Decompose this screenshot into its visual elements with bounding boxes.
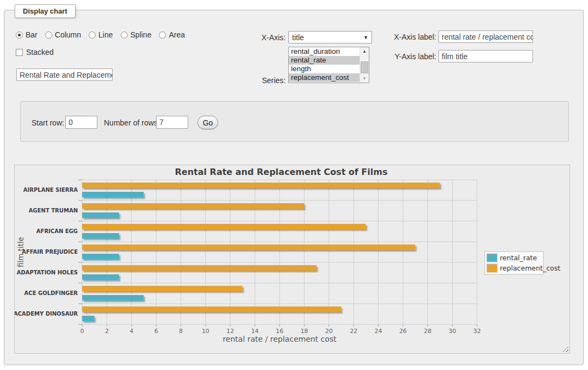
series-list-label: Series: (239, 76, 286, 85)
number-of-rows-label: Number of rows: (104, 118, 160, 127)
svg-text:16: 16 (276, 328, 283, 335)
fieldset-legend: Display chart (15, 4, 76, 18)
radio-label: Column (55, 30, 81, 39)
svg-text:ACADEMY DINOSAUR: ACADEMY DINOSAUR (15, 311, 78, 317)
radio-label: Line (98, 30, 113, 39)
svg-text:24: 24 (375, 328, 382, 335)
chart-type-option-area[interactable]: Area (159, 30, 185, 39)
svg-text:20: 20 (325, 328, 333, 335)
chart-type-option-line[interactable]: Line (89, 30, 113, 39)
svg-text:32: 32 (473, 328, 481, 335)
svg-text:14: 14 (251, 328, 259, 335)
radio-icon[interactable] (45, 32, 52, 39)
svg-text:replacement_cost: replacement_cost (500, 264, 560, 272)
series-option-rental_duration[interactable]: rental_duration (289, 47, 360, 56)
chart-type-option-spline[interactable]: Spline (121, 30, 152, 39)
svg-text:rental_rate: rental_rate (500, 254, 537, 262)
chart-canvas: 02468101214161820222426283032AIRPLANE SI… (15, 165, 570, 353)
svg-text:rental rate / replacement cost: rental rate / replacement cost (222, 335, 337, 343)
row-range-panel: Start row: 0 Number of rows: 7 Go (20, 101, 569, 142)
svg-text:AGENT TRUMAN: AGENT TRUMAN (29, 208, 78, 214)
series-listbox[interactable]: rental_durationrental_ratelengthreplacem… (288, 47, 369, 83)
scroll-up-icon[interactable]: ▲ (360, 47, 369, 55)
scrollbar-thumb[interactable] (361, 61, 368, 73)
svg-text:12: 12 (226, 328, 234, 335)
x-axis-select-label: X-Axis: (239, 33, 286, 42)
series-option-rental_rate[interactable]: rental_rate (289, 56, 360, 65)
radio-label: Bar (26, 30, 38, 39)
svg-text:22: 22 (350, 328, 357, 335)
svg-text:AFRICAN EGG: AFRICAN EGG (36, 228, 78, 234)
svg-text:28: 28 (424, 328, 431, 335)
svg-text:10: 10 (202, 328, 209, 335)
svg-text:8: 8 (179, 328, 183, 335)
svg-text:4: 4 (129, 328, 133, 335)
radio-icon[interactable] (89, 32, 96, 39)
chart-type-option-column[interactable]: Column (45, 30, 81, 39)
svg-text:Rental Rate and Replacement Co: Rental Rate and Replacement Cost of Film… (175, 167, 388, 177)
chart-type-option-bar[interactable]: Bar (16, 30, 38, 39)
svg-text:AFFAIR PREJUDICE: AFFAIR PREJUDICE (22, 249, 78, 255)
y-axis-label-field-label: Y-Axis label: (385, 52, 436, 61)
svg-text:2: 2 (105, 328, 109, 335)
page: { "panel": { "legend_title": "Display ch… (0, 0, 588, 370)
chart-type-radio-group: BarColumnLineSplineArea (16, 30, 185, 39)
series-option-replacement_cost[interactable]: replacement_cost (289, 73, 360, 82)
series-scrollbar[interactable]: ▲ ▼ (360, 47, 369, 83)
go-button[interactable]: Go (197, 116, 218, 129)
radio-label: Spline (131, 30, 152, 39)
svg-text:18: 18 (300, 328, 308, 335)
scroll-down-icon[interactable]: ▼ (360, 74, 369, 83)
x-axis-label-field-label: X-Axis label: (385, 33, 436, 41)
svg-text:6: 6 (154, 328, 158, 335)
radio-icon[interactable] (121, 32, 128, 39)
series-option-length[interactable]: length (289, 65, 360, 73)
chevron-down-icon: ▼ (363, 35, 368, 40)
series-options: rental_durationrental_ratelengthreplacem… (289, 47, 360, 83)
svg-text:ACE GOLDFINGER: ACE GOLDFINGER (24, 290, 78, 296)
y-axis-label-input[interactable]: film title (438, 50, 533, 62)
radio-label: Area (169, 30, 185, 39)
svg-text:30: 30 (449, 328, 456, 335)
start-row-label: Start row: (32, 118, 64, 127)
chart-title-input[interactable]: Rental Rate and Replacement Cost of Film… (16, 68, 113, 81)
start-row-input[interactable]: 0 (65, 116, 97, 129)
svg-text:26: 26 (399, 328, 407, 335)
stacked-label: Stacked (26, 48, 54, 57)
stacked-checkbox-row[interactable]: Stacked (16, 48, 54, 57)
number-of-rows-input[interactable]: 7 (156, 116, 188, 129)
chart-container: 02468101214161820222426283032AIRPLANE SI… (14, 165, 570, 354)
svg-text:ADAPTATION HOLES: ADAPTATION HOLES (17, 269, 78, 275)
x-axis-select[interactable]: title ▼ (288, 31, 372, 43)
x-axis-selected-value: title (292, 33, 304, 42)
radio-icon[interactable] (16, 32, 23, 39)
radio-icon[interactable] (159, 32, 166, 39)
svg-text:0: 0 (81, 328, 84, 335)
x-axis-label-input[interactable]: rental rate / replacement cost (438, 30, 533, 43)
stacked-checkbox[interactable] (16, 49, 23, 56)
svg-text:film title: film title (16, 237, 25, 267)
svg-text:AIRPLANE SIERRA: AIRPLANE SIERRA (23, 187, 78, 193)
